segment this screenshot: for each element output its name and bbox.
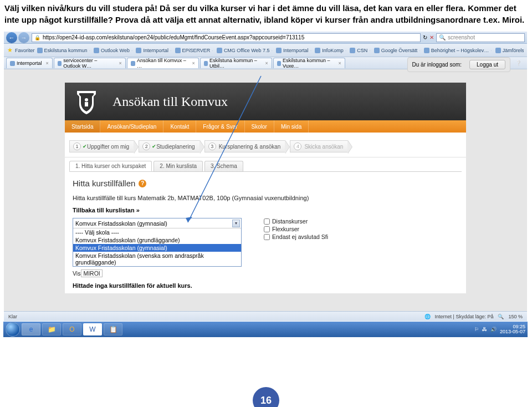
app-title: Ansökan till Komvux — [112, 94, 228, 109]
tray-flag-icon[interactable]: ⚐ — [474, 327, 479, 332]
favorite-link[interactable]: Google Översätt · — [374, 48, 421, 53]
browser-tab[interactable]: Eskilstuna kommun – Vuxe… × — [273, 58, 345, 68]
help-icon[interactable]: ❔ — [515, 60, 521, 66]
browser-tab[interactable]: servicecenter – Outlook W… × — [54, 58, 126, 68]
help-icon[interactable]: ? — [139, 180, 146, 187]
sub-tabs: 1. Hitta kurser och kurspaket2. Min kurs… — [65, 157, 466, 171]
taskbar-explorer-icon[interactable]: 📁 — [42, 323, 61, 335]
browser-tab[interactable]: Ansökan till Komvux – … × — [127, 58, 199, 68]
logged-in-label: Du är inloggad som: — [412, 62, 462, 68]
school-select[interactable]: Komvux Fristadsskolan (gymnasial) ▾ ----… — [73, 218, 242, 267]
filter-checkbox[interactable]: Endast ej avslutad Sfi — [264, 233, 328, 240]
close-icon[interactable]: × — [192, 60, 195, 66]
filter-checkbox[interactable]: Flexkurser — [264, 226, 328, 232]
browser-tab[interactable]: Internportal × — [6, 58, 53, 68]
municipality-logo — [74, 88, 99, 115]
favorite-link[interactable]: EPiSERVER · — [175, 48, 213, 53]
login-status-box: Du är inloggad som: Logga ut — [407, 57, 510, 72]
wizard-step[interactable]: 4Skicka ansökan — [290, 140, 348, 152]
start-button[interactable] — [6, 322, 20, 337]
wizard-step[interactable]: 2✔ Studieplanering — [139, 140, 200, 152]
close-icon[interactable]: × — [119, 60, 122, 66]
sub-tab[interactable]: 2. Min kurslista — [154, 161, 203, 171]
page-number-badge: 16 — [253, 387, 279, 407]
favorite-link[interactable]: Internportal · — [276, 48, 311, 53]
chevron-down-icon[interactable]: ▾ — [232, 220, 240, 227]
main-nav-item[interactable]: Startsida — [65, 120, 100, 133]
wizard-steps: 1✔ Uppgifter om mig2✔ Studieplanering3Ku… — [65, 133, 466, 157]
status-left: Klar — [8, 314, 17, 319]
status-zone: Internet | Skyddat läge: På — [435, 314, 494, 319]
select-value: Komvux Fristadsskolan (gymnasial) — [75, 220, 167, 227]
back-to-list-link[interactable]: Tillbaka till kurslistan » — [73, 207, 458, 213]
visa-value: MIROI — [81, 269, 102, 277]
favorite-link[interactable]: Jämförelsetal + meritvärde · — [495, 48, 524, 53]
globe-icon: 🌐 — [424, 314, 431, 319]
stop-icon[interactable]: ✕ — [429, 34, 434, 40]
search-box[interactable]: 🔍screenshot — [436, 33, 525, 42]
windows-taskbar: e 📁 O W 📋 ⚐ 🖧 🔊 09:252013-05-07 — [3, 322, 528, 337]
select-option[interactable]: ---- Välj skola ---- — [73, 228, 241, 236]
refresh-icon[interactable]: ↻ — [423, 34, 427, 40]
svg-rect-1 — [85, 102, 88, 106]
ie-nav-bar: ← → 🔒 https://open24-id-asp.com/eskilstu… — [4, 32, 527, 44]
select-option[interactable]: Komvux Fristadsskolan (grundläggande) — [73, 236, 241, 244]
select-option[interactable]: Komvux Fristadsskolan (svenska som andra… — [73, 252, 241, 266]
no-results-text: Hittade inga kurstillfällen för aktuell … — [73, 282, 458, 289]
system-clock[interactable]: 09:252013-05-07 — [500, 324, 525, 335]
instruction-text: Välj vilken nivå/kurs du vill studera på… — [0, 0, 532, 31]
lock-icon: 🔒 — [34, 35, 40, 40]
favorite-link[interactable]: Behörighet – Högskolev… · — [424, 48, 492, 53]
close-icon[interactable]: × — [46, 60, 49, 66]
filter-checkboxes: Distanskurser Flexkurser Endast ej avslu… — [264, 218, 328, 240]
zoom-slider-icon[interactable]: 🔍 — [498, 314, 504, 319]
select-options[interactable]: ---- Välj skola ----Komvux Fristadsskola… — [73, 228, 241, 266]
main-nav-item[interactable]: Min sida — [274, 120, 309, 133]
content-panel: Hitta kurstillfällen ? Hitta kurstillfäl… — [69, 171, 462, 293]
sub-tab[interactable]: 1. Hitta kurser och kurspaket — [69, 161, 152, 171]
tray-network-icon[interactable]: 🖧 — [482, 327, 487, 332]
favorite-link[interactable]: Internportal · — [136, 48, 171, 53]
main-nav-item[interactable]: Kontakt — [163, 120, 196, 133]
logout-button[interactable]: Logga ut — [469, 60, 505, 69]
close-icon[interactable]: × — [339, 60, 341, 66]
browser-screenshot: ← → 🔒 https://open24-id-asp.com/eskilstu… — [3, 31, 528, 322]
course-description: Hitta kurstillfälle till kurs Matematik … — [73, 195, 458, 201]
site-header: Ansökan till Komvux — [65, 83, 466, 120]
forward-button[interactable]: → — [18, 32, 29, 43]
taskbar-ie-icon[interactable]: e — [22, 323, 40, 335]
browser-tab[interactable]: Eskilstuna kommun – Utbil… × — [200, 58, 272, 68]
visa-label: Vis — [73, 270, 80, 277]
wizard-step[interactable]: 3Kursplanering & ansökan — [204, 140, 286, 152]
taskbar-outlook-icon[interactable]: O — [63, 323, 81, 335]
back-button[interactable]: ← — [6, 32, 17, 43]
favorite-link[interactable]: InfoKomp · — [315, 48, 346, 53]
main-nav: StartsidaAnsökan/StudieplanKontaktFrågor… — [65, 120, 466, 133]
wizard-step[interactable]: 1✔ Uppgifter om mig — [69, 140, 134, 152]
section-heading: Hitta kurstillfällen — [73, 179, 135, 188]
favorite-link[interactable]: Outlook Web · — [94, 48, 132, 53]
ie-status-bar: Klar 🌐 Internet | Skyddat läge: På 🔍 150… — [4, 311, 527, 321]
url-text: https://open24-id-asp.com/eskilstuna/ope… — [43, 34, 304, 40]
tray-sound-icon[interactable]: 🔊 — [490, 327, 497, 332]
main-nav-item[interactable]: Ansökan/Studieplan — [100, 120, 163, 133]
webpage-area: Du är inloggad som: Logga ut Ansökan til… — [4, 69, 527, 311]
svg-point-0 — [85, 98, 88, 101]
close-icon[interactable]: × — [265, 60, 268, 66]
main-nav-item[interactable]: Skolor — [245, 120, 274, 133]
address-bar[interactable]: 🔒 https://open24-id-asp.com/eskilstuna/o… — [32, 33, 421, 42]
favorite-link[interactable]: CSN · — [350, 48, 371, 53]
select-option[interactable]: Komvux Fristadsskolan (gymnasial) — [73, 244, 241, 252]
favorites-bar: ★ Favoriter Eskilstuna kommun ·Outlook W… — [4, 44, 527, 57]
favorite-link[interactable]: CMG Office Web 7.5 · — [217, 48, 273, 53]
favorites-star-icon[interactable]: ★ — [7, 47, 13, 54]
sub-tab[interactable]: 3. Schema — [204, 161, 243, 171]
filter-checkbox[interactable]: Distanskurser — [264, 218, 328, 225]
favorites-label[interactable]: Favoriter — [15, 48, 35, 53]
taskbar-app-icon[interactable]: 📋 — [104, 323, 122, 335]
taskbar-word-icon[interactable]: W — [83, 323, 102, 335]
favorite-link[interactable]: Eskilstuna kommun · — [37, 48, 91, 53]
main-nav-item[interactable]: Frågor & Svar — [196, 120, 244, 133]
zoom-level[interactable]: 150 % — [508, 314, 523, 319]
